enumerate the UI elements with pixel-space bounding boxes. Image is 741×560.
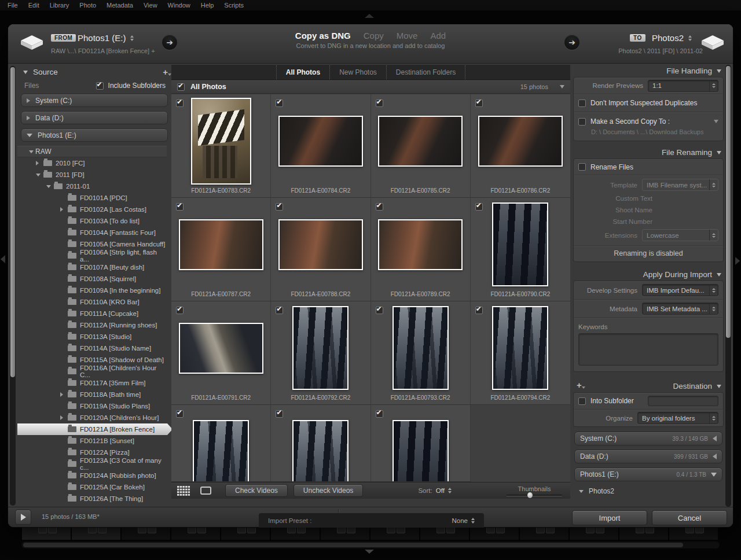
- photo-cell[interactable]: FD0121A-E00784.CR2: [271, 94, 370, 198]
- subfolder-name-input[interactable]: [648, 396, 718, 406]
- folder-item[interactable]: FD0101A [PDC]: [17, 192, 167, 204]
- photo-cell[interactable]: FD0121A-E00785.CR2: [371, 94, 471, 198]
- menu-item[interactable]: Photo: [74, 0, 101, 10]
- folder-item[interactable]: FD0117A [35mm Film]: [17, 377, 167, 389]
- second-copy-checkbox[interactable]: [578, 118, 586, 126]
- menu-item[interactable]: Edit: [23, 0, 45, 10]
- menu-item[interactable]: View: [138, 0, 163, 10]
- folder-item[interactable]: FD0119A [Studio Plans]: [17, 400, 167, 412]
- menu-item[interactable]: Scripts: [219, 0, 249, 10]
- add-source-icon[interactable]: +: [163, 69, 168, 75]
- photo-cell[interactable]: FD0121A-E00787.CR2: [171, 198, 271, 301]
- source-drive-button[interactable]: Data (D:): [21, 111, 168, 124]
- photo-checkbox[interactable]: [276, 203, 283, 211]
- folder-item[interactable]: FD0106A [Strip light, flash a...: [17, 250, 167, 261]
- to-path[interactable]: Photos2 \ 2011 [FD] \ 2011-02: [618, 47, 703, 54]
- folder-item[interactable]: FD0104A [Fantastic Four]: [17, 227, 167, 238]
- photo-cell[interactable]: [271, 405, 370, 482]
- folder-item[interactable]: FD0102A [Las Costas]: [17, 204, 167, 215]
- view-tab[interactable]: Destination Folders: [386, 65, 465, 79]
- destination-header[interactable]: + Destination: [573, 380, 724, 392]
- check-videos-button[interactable]: Check Videos: [225, 484, 288, 497]
- extensions-select[interactable]: Lowercase: [642, 229, 718, 241]
- photo-checkbox[interactable]: [276, 100, 283, 107]
- import-mode[interactable]: Add: [430, 31, 446, 40]
- menu-item[interactable]: Metadata: [101, 0, 138, 10]
- photo-cell[interactable]: FD0121A-E00789.CR2: [371, 198, 471, 301]
- menu-item[interactable]: Library: [45, 0, 75, 10]
- photo-checkbox[interactable]: [276, 410, 283, 418]
- folder-item[interactable]: FD0112A [Running shoes]: [17, 319, 167, 331]
- expand-icon[interactable]: [60, 415, 67, 420]
- menu-item[interactable]: Help: [196, 0, 219, 10]
- horizontal-scrollbar-thumb[interactable]: [23, 543, 683, 547]
- photo-cell[interactable]: FD0121A-E00791.CR2: [171, 301, 271, 405]
- photo-cell[interactable]: FD0121A-E00783.CR2: [171, 94, 271, 198]
- duplicates-checkbox[interactable]: [578, 100, 586, 107]
- expand-icon[interactable]: [36, 161, 42, 165]
- photo-cell[interactable]: FD0121A-E00794.CR2: [471, 301, 570, 405]
- folder-item[interactable]: FD0113A [Studio]: [17, 331, 167, 342]
- thumbnails-slider-thumb[interactable]: [527, 492, 533, 498]
- expand-icon[interactable]: [36, 174, 42, 176]
- photo-cell[interactable]: FD0121A-E00788.CR2: [271, 198, 370, 301]
- photo-checkbox[interactable]: [176, 410, 184, 418]
- to-device-selector[interactable]: Photos2: [652, 33, 692, 43]
- folder-item[interactable]: 2010 [FC]: [17, 157, 167, 169]
- folder-item[interactable]: FD0103A [To do list]: [17, 215, 167, 227]
- photo-checkbox[interactable]: [376, 410, 383, 418]
- file-handling-header[interactable]: File Handling: [573, 65, 724, 77]
- sort-value[interactable]: Off: [436, 487, 445, 494]
- file-renaming-header[interactable]: File Renaming: [573, 146, 724, 159]
- panel-collapse-left-icon[interactable]: [1, 255, 5, 263]
- folder-item[interactable]: 2011-01: [17, 180, 167, 192]
- develop-settings-select[interactable]: IMB Import Defau...: [642, 284, 718, 296]
- photo-checkbox[interactable]: [176, 203, 184, 211]
- source-panel-header[interactable]: Source +: [17, 65, 173, 79]
- cancel-button[interactable]: Cancel: [652, 510, 727, 525]
- destination-volume[interactable]: Data (D:) 399 / 931 GB: [574, 450, 722, 463]
- photo-cell[interactable]: [371, 405, 471, 482]
- menu-item[interactable]: File: [2, 0, 23, 10]
- to-arrow-button[interactable]: ➔: [564, 35, 579, 50]
- folder-item[interactable]: FD0114A [Studio Name]: [17, 342, 167, 354]
- sort-control[interactable]: Sort: Off: [418, 487, 451, 494]
- folder-item[interactable]: FD0118A [Bath time]: [17, 389, 167, 400]
- destination-volume[interactable]: System (C:) 39.3 / 149 GB: [574, 432, 722, 445]
- metadata-select[interactable]: IMB Set Metadata ...: [642, 303, 718, 315]
- folder-item[interactable]: FD0110A [KRO Bar]: [17, 296, 167, 308]
- folder-item[interactable]: FD0116A [Children's Hour C...: [17, 366, 167, 377]
- photo-checkbox[interactable]: [475, 203, 483, 211]
- source-drive-button[interactable]: Photos1 (E:): [21, 128, 168, 142]
- import-button[interactable]: Import: [572, 510, 647, 525]
- render-previews-select[interactable]: 1:1: [648, 80, 718, 92]
- photo-checkbox[interactable]: [376, 100, 383, 107]
- import-mode[interactable]: Copy: [364, 31, 384, 40]
- expand-icon[interactable]: [46, 185, 53, 188]
- folder-item[interactable]: FD0124A [Rubbish photo]: [17, 470, 167, 481]
- folder-item[interactable]: RAW: [17, 146, 167, 157]
- menu-item[interactable]: Window: [163, 0, 196, 10]
- from-device-selector[interactable]: Photos1 (E:): [78, 33, 134, 43]
- folder-item[interactable]: FD0111A [Cupcake]: [17, 308, 167, 319]
- expand-icon[interactable]: [60, 207, 67, 212]
- folder-item[interactable]: FD0115A [Shadow of Death]: [17, 354, 167, 366]
- grid-header-menu-icon[interactable]: [560, 85, 564, 89]
- destination-folder-item[interactable]: Photos2: [573, 485, 722, 497]
- folder-item[interactable]: FD0105A [Camera Handcuff]: [17, 238, 167, 250]
- rename-files-checkbox[interactable]: [578, 163, 586, 171]
- photo-cell[interactable]: FD0121A-E00786.CR2: [471, 94, 570, 198]
- photo-cell[interactable]: FD0121A-E00790.CR2: [471, 198, 570, 301]
- horizontal-scrollbar[interactable]: [21, 541, 720, 548]
- source-scrollbar-thumb[interactable]: [10, 67, 15, 377]
- right-panel-scrollbar[interactable]: [725, 65, 731, 507]
- folder-item[interactable]: FD0109A [In the beginning]: [17, 285, 167, 296]
- from-arrow-button[interactable]: ➔: [162, 35, 177, 50]
- photo-checkbox[interactable]: [176, 307, 184, 314]
- from-path[interactable]: RAW \...\ FD0121A [Broken Fence] +: [51, 47, 155, 54]
- panel-collapse-right-icon[interactable]: [735, 257, 740, 265]
- photo-checkbox[interactable]: [176, 100, 184, 107]
- import-preset-bar[interactable]: Import Preset : None: [259, 513, 484, 528]
- photo-checkbox[interactable]: [376, 307, 383, 314]
- folder-item[interactable]: FD0108A [Squirrel]: [17, 273, 167, 285]
